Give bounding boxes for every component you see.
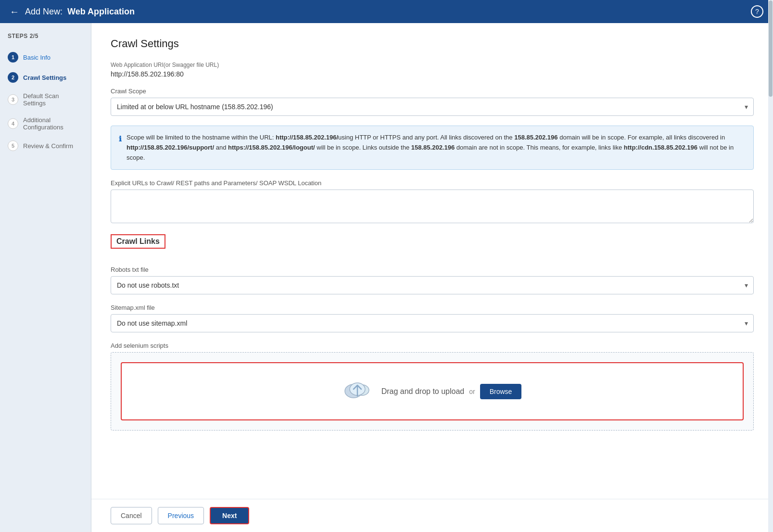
scope-info-box: ℹ Scope will be limited to the hostname … — [111, 126, 754, 170]
uri-group: Web Application URI(or Swagger file URL)… — [111, 62, 754, 78]
back-button[interactable]: ← — [10, 6, 19, 17]
page-title: Crawl Settings — [111, 38, 754, 50]
sidebar-item-label-2: Crawl Settings — [23, 74, 66, 81]
step-circle-3: 3 — [8, 94, 18, 105]
sidebar-item-basic-info[interactable]: 1 Basic Info — [0, 47, 91, 67]
uri-label: Web Application URI(or Swagger file URL) — [111, 62, 754, 68]
robots-select[interactable]: Do not use robots.txt — [111, 276, 754, 294]
sidebar-item-default-scan: 3 Default Scan Settings — [0, 88, 91, 112]
step-circle-5: 5 — [8, 140, 18, 151]
form-footer: Cancel Previous Next — [91, 499, 773, 532]
next-button[interactable]: Next — [210, 507, 249, 524]
robots-label: Robots txt file — [111, 266, 754, 273]
app-header: ← Add New: Web Application ? — [0, 0, 773, 23]
upload-inner[interactable]: Drag and drop to upload or Browse — [121, 362, 744, 420]
sidebar: STEPS 2/5 1 Basic Info 2 Crawl Settings … — [0, 23, 91, 532]
step-circle-2: 2 — [8, 72, 18, 83]
crawl-scope-group: Crawl Scope Limited at or below URL host… — [111, 88, 754, 116]
upload-outer[interactable]: Drag and drop to upload or Browse — [111, 352, 754, 431]
sidebar-item-review: 5 Review & Confirm — [0, 136, 91, 156]
crawl-scope-select[interactable]: Limited at or below URL hostname (158.85… — [111, 98, 754, 116]
sidebar-item-label-1: Basic Info — [23, 54, 51, 61]
selenium-label: Add selenium scripts — [111, 342, 754, 349]
explicit-urls-textarea[interactable] — [111, 190, 754, 223]
scrollbar-thumb[interactable] — [769, 0, 773, 97]
main-content: Crawl Settings Web Application URI(or Sw… — [91, 23, 773, 532]
upload-or-text: or — [469, 388, 475, 395]
step-circle-4: 4 — [8, 118, 18, 129]
upload-text-area: Drag and drop to upload or Browse — [381, 384, 522, 399]
info-icon: ℹ — [119, 133, 122, 163]
drag-drop-text: Drag and drop to upload — [381, 387, 465, 396]
previous-button[interactable]: Previous — [158, 507, 204, 524]
cancel-button[interactable]: Cancel — [111, 507, 152, 524]
uri-value: http://158.85.202.196:80 — [111, 70, 754, 78]
sitemap-select[interactable]: Do not use sitemap.xml — [111, 314, 754, 332]
sidebar-item-label-4: Additional Configurations — [23, 116, 83, 131]
robots-select-wrapper[interactable]: Do not use robots.txt ▾ — [111, 276, 754, 294]
explicit-urls-label: Explicit URLs to Crawl/ REST paths and P… — [111, 179, 754, 187]
robots-group: Robots txt file Do not use robots.txt ▾ — [111, 266, 754, 294]
steps-label: STEPS 2/5 — [0, 33, 91, 47]
crawl-scope-label: Crawl Scope — [111, 88, 754, 95]
browse-button[interactable]: Browse — [480, 384, 522, 399]
help-icon[interactable]: ? — [751, 5, 763, 18]
sidebar-item-additional-config: 4 Additional Configurations — [0, 112, 91, 136]
crawl-scope-select-wrapper[interactable]: Limited at or below URL hostname (158.85… — [111, 98, 754, 116]
sidebar-item-label-3: Default Scan Settings — [23, 92, 83, 107]
step-circle-1: 1 — [8, 52, 18, 63]
sitemap-group: Sitemap.xml file Do not use sitemap.xml … — [111, 304, 754, 332]
scrollbar-track[interactable] — [768, 0, 773, 532]
sidebar-item-crawl-settings[interactable]: 2 Crawl Settings — [0, 67, 91, 88]
upload-cloud-icon — [343, 377, 372, 406]
header-title-bold: Web Application — [67, 7, 135, 16]
explicit-urls-group: Explicit URLs to Crawl/ REST paths and P… — [111, 179, 754, 225]
selenium-group: Add selenium scripts Drag a — [111, 342, 754, 431]
sitemap-select-wrapper[interactable]: Do not use sitemap.xml ▾ — [111, 314, 754, 332]
crawl-links-title: Crawl Links — [111, 234, 165, 249]
sitemap-label: Sitemap.xml file — [111, 304, 754, 311]
crawl-links-section: Crawl Links — [111, 234, 754, 256]
header-title: Add New: Web Application — [25, 7, 135, 17]
sidebar-item-label-5: Review & Confirm — [23, 142, 73, 150]
info-text: Scope will be limited to the hostname wi… — [127, 133, 746, 163]
